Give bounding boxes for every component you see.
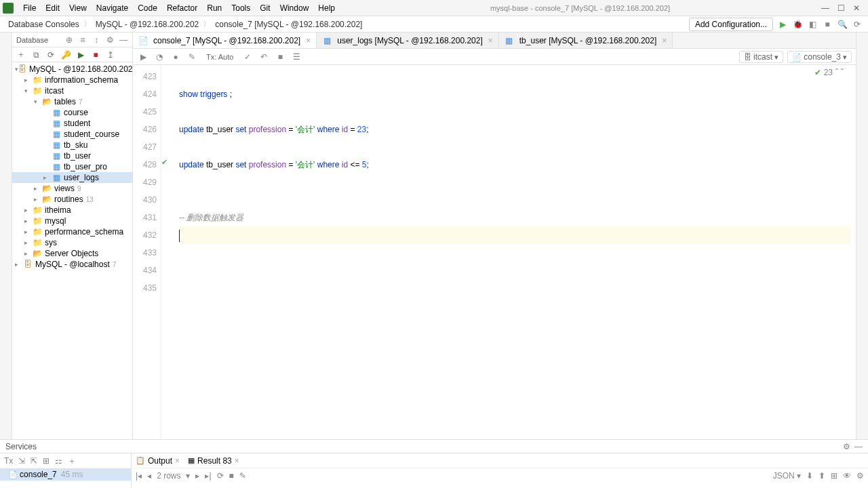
menu-git[interactable]: Git <box>256 2 274 14</box>
run-icon[interactable]: ▶ <box>777 19 788 30</box>
debug-icon[interactable]: 🐞 <box>792 19 803 30</box>
import-icon[interactable]: ⬆ <box>818 471 825 481</box>
crumb-3[interactable]: console_7 [MySQL - @192.168.200.202] <box>212 20 365 29</box>
tree-table-selected[interactable]: ▸▦user_logs <box>12 172 132 183</box>
schema-selector[interactable]: 🗄 itcast ▾ <box>739 51 783 63</box>
reload-icon[interactable]: ⟳ <box>217 471 224 481</box>
menu-tools[interactable]: Tools <box>227 2 254 14</box>
result-tab[interactable]: ▦ Result 83 × <box>188 456 239 466</box>
collapse-icon[interactable]: ⊕ <box>64 35 74 45</box>
right-tool-rail[interactable] <box>856 33 868 439</box>
tree-table[interactable]: ▦student <box>12 118 132 129</box>
gear-icon[interactable]: ⚙ <box>105 35 115 45</box>
dropdown-icon[interactable]: ▾ <box>186 471 190 481</box>
stop-icon[interactable]: ■ <box>229 471 234 481</box>
tree-schema[interactable]: ▸📁sys <box>12 237 132 248</box>
rollback-icon[interactable]: ↶ <box>258 51 270 63</box>
tree-schema-itcast[interactable]: ▾📁itcast <box>12 85 132 96</box>
tab-console7[interactable]: 📄console_7 [MySQL - @192.168.200.202]× <box>133 33 317 48</box>
explain-icon[interactable]: ◔ <box>153 51 165 63</box>
output-tab[interactable]: 📋 Output × <box>136 456 180 466</box>
filter-icon[interactable]: ✎ <box>239 471 246 481</box>
crumb-1[interactable]: Database Consoles <box>5 20 82 29</box>
tree-datasource[interactable]: ▾🗄MySQL - @192.168.200.202 <box>12 64 132 75</box>
minimize-icon[interactable]: — <box>821 3 829 13</box>
export-icon[interactable]: ⬇ <box>806 471 813 481</box>
tree-tables-folder[interactable]: ▾📂tables7 <box>12 96 132 107</box>
tab-user-logs[interactable]: ▦user_logs [MySQL - @192.168.200.202]× <box>317 33 499 48</box>
layout-icon[interactable]: ⊞ <box>43 456 50 466</box>
tree-routines-folder[interactable]: ▸📂routines13 <box>12 194 132 205</box>
copy-icon[interactable]: ⧉ <box>30 49 42 61</box>
run-icon[interactable]: ▶ <box>75 49 87 61</box>
close-icon[interactable]: ✕ <box>853 3 860 13</box>
edit-icon[interactable]: ✎ <box>186 51 198 63</box>
coverage-icon[interactable]: ◧ <box>807 19 818 30</box>
gear-icon[interactable]: ⚙ <box>856 471 864 481</box>
left-tool-rail[interactable] <box>0 33 12 439</box>
prev-page-icon[interactable]: ◂ <box>147 471 151 481</box>
tree-server-objects[interactable]: ▸📂Server Objects <box>12 248 132 259</box>
menu-file[interactable]: File <box>19 2 40 14</box>
menu-view[interactable]: View <box>65 2 91 14</box>
hide-icon[interactable]: — <box>119 35 128 45</box>
menu-refactor[interactable]: Refactor <box>163 2 201 14</box>
view-icon[interactable]: ⊞ <box>831 471 837 481</box>
gear-icon[interactable]: ⚙ <box>843 442 850 451</box>
code-content[interactable]: show triggers ;update tb_user set profes… <box>174 65 856 439</box>
tree-views-folder[interactable]: ▸📂views9 <box>12 183 132 194</box>
services-item[interactable]: 📄 console_745 ms <box>0 468 131 481</box>
menu-run[interactable]: Run <box>203 2 226 14</box>
tx-icon[interactable]: Tx <box>4 456 13 466</box>
close-icon[interactable]: × <box>235 456 239 466</box>
menu-code[interactable]: Code <box>134 2 161 14</box>
up-icon[interactable]: ↥ <box>104 49 117 61</box>
pin-icon[interactable]: 👁 <box>843 471 851 481</box>
filter-icon[interactable]: ⚏ <box>55 456 62 466</box>
first-page-icon[interactable]: |◂ <box>136 471 142 481</box>
code-editor[interactable]: ✔ 23 ˆ ˇ 4234244254264274284294304314324… <box>133 65 856 439</box>
tx-mode[interactable]: Tx: Auto <box>202 53 237 61</box>
settings-icon[interactable]: ☰ <box>290 51 302 63</box>
close-icon[interactable]: × <box>175 456 180 466</box>
menu-edit[interactable]: Edit <box>41 2 64 14</box>
add-icon[interactable]: ＋ <box>15 49 27 61</box>
key-icon[interactable]: 🔑 <box>60 49 72 61</box>
git-icon[interactable]: ⟳ <box>852 19 863 30</box>
history-icon[interactable]: ● <box>170 51 182 63</box>
tree-schema[interactable]: ▸📁performance_schema <box>12 226 132 237</box>
tab-tb-user[interactable]: ▦tb_user [MySQL - @192.168.200.202]× <box>499 33 673 48</box>
menu-window[interactable]: Window <box>276 2 313 14</box>
expand-icon[interactable]: ⇲ <box>18 456 25 466</box>
tree-table[interactable]: ▦tb_user <box>12 150 132 161</box>
tree-schema[interactable]: ▸📁mysql <box>12 216 132 226</box>
expand-icon[interactable]: ≡ <box>78 35 87 45</box>
close-icon[interactable]: × <box>306 36 311 45</box>
tree-table[interactable]: ▦tb_sku <box>12 140 132 150</box>
maximize-icon[interactable]: ☐ <box>837 3 845 13</box>
next-page-icon[interactable]: ▸ <box>195 471 199 481</box>
search-icon[interactable]: 🔍 <box>837 19 848 30</box>
commit-icon[interactable]: ✓ <box>241 51 254 63</box>
menu-help[interactable]: Help <box>314 2 339 14</box>
tree-table[interactable]: ▦student_course <box>12 129 132 140</box>
tree-table[interactable]: ▦course <box>12 107 132 118</box>
tree-schema[interactable]: ▸📁information_schema <box>12 75 132 85</box>
tree-table[interactable]: ▦tb_user_pro <box>12 161 132 172</box>
menu-navigate[interactable]: Navigate <box>92 2 132 14</box>
crumb-2[interactable]: MySQL - @192.168.200.202 <box>93 20 202 29</box>
close-icon[interactable]: × <box>488 36 493 45</box>
stop-icon[interactable]: ■ <box>90 49 102 61</box>
hide-icon[interactable]: — <box>854 442 863 451</box>
refresh-icon[interactable]: ⟳ <box>45 49 57 61</box>
tree-schema[interactable]: ▸📁itheima <box>12 205 132 216</box>
close-icon[interactable]: × <box>662 36 667 45</box>
tree-datasource[interactable]: ▸🗄MySQL - @localhost7 <box>12 259 132 270</box>
cancel-icon[interactable]: ■ <box>274 51 286 63</box>
add-icon[interactable]: ＋ <box>68 455 76 467</box>
last-page-icon[interactable]: ▸| <box>205 471 211 481</box>
execute-icon[interactable]: ▶ <box>137 51 149 63</box>
console-selector[interactable]: 📄 console_3 ▾ <box>787 51 852 63</box>
format-selector[interactable]: JSON ▾ <box>773 471 801 481</box>
add-configuration-button[interactable]: Add Configuration... <box>689 18 773 31</box>
